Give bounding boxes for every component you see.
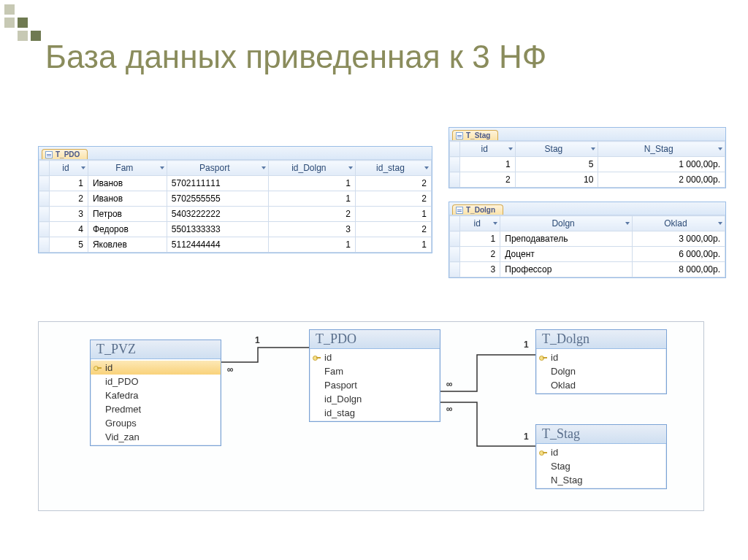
- relation-field[interactable]: id: [310, 350, 440, 364]
- cell[interactable]: 3 000,00р.: [632, 231, 725, 247]
- cell[interactable]: 2: [460, 172, 516, 188]
- table-row[interactable]: 2 10 2 000,00р.: [450, 172, 725, 188]
- relation-field[interactable]: Dolgn: [536, 364, 666, 378]
- relation-title[interactable]: T_PDO: [310, 330, 440, 349]
- relation-field[interactable]: id_stag: [310, 406, 440, 420]
- relation-field[interactable]: Kafedra: [91, 388, 221, 402]
- relation-table-t-pdo[interactable]: T_PDO id Fam Pasport id_Dolgn id_stag: [309, 329, 440, 422]
- table-row[interactable]: 3 Профессор 8 000,00р.: [450, 262, 725, 277]
- cell[interactable]: Федоров: [88, 222, 167, 237]
- column-header-n-stag[interactable]: N_Stag: [598, 142, 725, 157]
- relation-field[interactable]: Fam: [310, 364, 440, 378]
- cell[interactable]: Иванов: [88, 191, 167, 207]
- cell[interactable]: Яковлев: [88, 237, 167, 253]
- tab-t-stag[interactable]: T_Stag: [452, 130, 498, 140]
- row-selector[interactable]: [450, 247, 460, 262]
- column-header-fam[interactable]: Fam: [88, 161, 167, 176]
- column-header-id-dolgn[interactable]: id_Dolgn: [268, 161, 355, 176]
- row-selector-header[interactable]: [450, 142, 460, 157]
- column-header-id[interactable]: id: [460, 216, 500, 231]
- column-header-dolgn[interactable]: Dolgn: [500, 216, 633, 231]
- relation-field[interactable]: id_Dolgn: [310, 392, 440, 406]
- cell[interactable]: 5702555555: [167, 191, 268, 207]
- row-selector[interactable]: [39, 222, 50, 237]
- cell[interactable]: 8 000,00р.: [632, 262, 725, 277]
- cell[interactable]: Петров: [88, 207, 167, 222]
- relation-field[interactable]: Vid_zan: [91, 430, 221, 444]
- cell[interactable]: 1: [460, 231, 500, 247]
- relation-table-t-dolgn[interactable]: T_Dolgn id Dolgn Oklad: [535, 329, 667, 394]
- cell[interactable]: 1 000,00р.: [598, 157, 725, 172]
- table-row[interactable]: 3 Петров 5403222222 2 1: [39, 207, 432, 222]
- table-row[interactable]: 5 Яковлев 5112444444 1 1: [39, 237, 432, 253]
- relation-title[interactable]: T_Dolgn: [536, 330, 666, 349]
- cell[interactable]: 5501333333: [167, 222, 268, 237]
- relation-title[interactable]: T_PVZ: [91, 340, 221, 359]
- relation-field[interactable]: Stag: [536, 459, 666, 473]
- column-header-id-stag[interactable]: id_stag: [355, 161, 431, 176]
- row-selector[interactable]: [450, 231, 460, 247]
- cell[interactable]: 2: [50, 191, 88, 207]
- cell[interactable]: 2: [355, 191, 431, 207]
- cell[interactable]: 6 000,00р.: [632, 247, 725, 262]
- relation-table-t-stag[interactable]: T_Stag id Stag N_Stag: [535, 424, 667, 489]
- relation-field[interactable]: Predmet: [91, 402, 221, 416]
- relation-table-t-pvz[interactable]: T_PVZ id id_PDO Kafedra Predmet Groups V…: [90, 340, 221, 446]
- row-selector[interactable]: [39, 207, 50, 222]
- relation-field[interactable]: id: [536, 350, 666, 364]
- cell[interactable]: Доцент: [500, 247, 633, 262]
- cell[interactable]: Преподаватель: [500, 231, 633, 247]
- tab-t-dolgn[interactable]: T_Dolgn: [452, 204, 503, 215]
- column-header-id[interactable]: id: [50, 161, 88, 176]
- column-header-pasport[interactable]: Pasport: [167, 161, 268, 176]
- cell[interactable]: 5: [50, 237, 88, 253]
- column-header-stag[interactable]: Stag: [515, 142, 598, 157]
- cell[interactable]: Иванов: [88, 176, 167, 191]
- cell[interactable]: 1: [355, 207, 431, 222]
- cell[interactable]: 1: [355, 237, 431, 253]
- column-header-oklad[interactable]: Oklad: [632, 216, 725, 231]
- table-row[interactable]: 2 Иванов 5702555555 1 2: [39, 191, 432, 207]
- cell[interactable]: 1: [268, 176, 355, 191]
- cell[interactable]: 1: [268, 191, 355, 207]
- row-selector[interactable]: [39, 237, 50, 253]
- table-row[interactable]: 2 Доцент 6 000,00р.: [450, 247, 725, 262]
- cell[interactable]: 3: [460, 262, 500, 277]
- relation-field[interactable]: id: [536, 445, 666, 459]
- cell[interactable]: 5702111111: [167, 176, 268, 191]
- row-selector[interactable]: [39, 176, 50, 191]
- cell[interactable]: 5112444444: [167, 237, 268, 253]
- cell[interactable]: 5403222222: [167, 207, 268, 222]
- relation-field[interactable]: N_Stag: [536, 473, 666, 487]
- row-selector[interactable]: [450, 157, 460, 172]
- relation-title[interactable]: T_Stag: [536, 425, 666, 444]
- cell[interactable]: 2: [355, 222, 431, 237]
- row-selector-header[interactable]: [450, 216, 460, 231]
- table-row[interactable]: 1 Иванов 5702111111 1 2: [39, 176, 432, 191]
- tab-t-pdo[interactable]: T_PDO: [42, 149, 88, 159]
- row-selector-header[interactable]: [39, 161, 50, 176]
- cell[interactable]: Профессор: [500, 262, 633, 277]
- cell[interactable]: 1: [50, 176, 88, 191]
- row-selector[interactable]: [450, 172, 460, 188]
- table-row[interactable]: 1 Преподаватель 3 000,00р.: [450, 231, 725, 247]
- table-row[interactable]: 4 Федоров 5501333333 3 2: [39, 222, 432, 237]
- relation-field[interactable]: Pasport: [310, 378, 440, 392]
- cell[interactable]: 4: [50, 222, 88, 237]
- relation-field[interactable]: Groups: [91, 416, 221, 430]
- relation-field[interactable]: id_PDO: [91, 375, 221, 388]
- cell[interactable]: 10: [515, 172, 598, 188]
- relation-field[interactable]: id: [91, 361, 221, 375]
- table-row[interactable]: 1 5 1 000,00р.: [450, 157, 725, 172]
- cell[interactable]: 1: [460, 157, 516, 172]
- column-header-id[interactable]: id: [460, 142, 516, 157]
- cell[interactable]: 3: [268, 222, 355, 237]
- cell[interactable]: 2: [460, 247, 500, 262]
- cell[interactable]: 5: [515, 157, 598, 172]
- row-selector[interactable]: [450, 262, 460, 277]
- cell[interactable]: 2 000,00р.: [598, 172, 725, 188]
- cell[interactable]: 3: [50, 207, 88, 222]
- relation-field[interactable]: Oklad: [536, 378, 666, 392]
- row-selector[interactable]: [39, 191, 50, 207]
- cell[interactable]: 2: [268, 207, 355, 222]
